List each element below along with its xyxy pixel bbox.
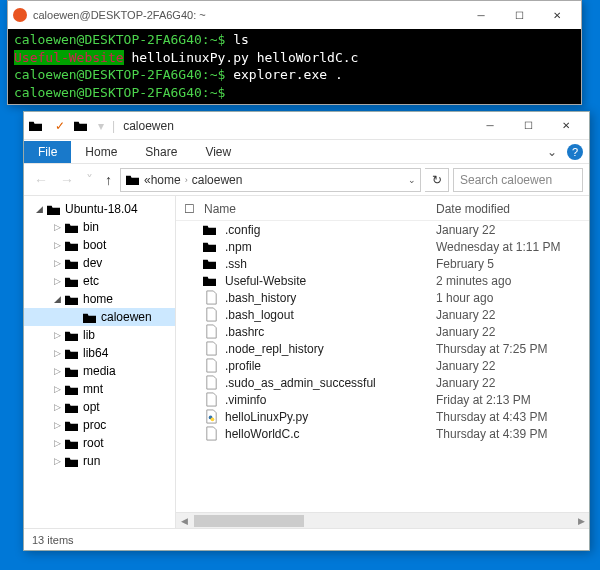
file-date: Thursday at 7:25 PM xyxy=(436,342,581,356)
file-row[interactable]: .bashrcJanuary 22 xyxy=(176,323,589,340)
explorer-window: ✓ ▾ | caloewen ─ ☐ ✕ File Home Share Vie… xyxy=(23,111,590,551)
tree-item[interactable]: mnt xyxy=(24,380,175,398)
tree-item[interactable]: opt xyxy=(24,398,175,416)
minimize-button[interactable]: ─ xyxy=(471,112,509,140)
file-row[interactable]: .sshFebruary 5 xyxy=(176,255,589,272)
file-row[interactable]: helloLinuxPy.pyThursday at 4:43 PM xyxy=(176,408,589,425)
file-date: January 22 xyxy=(436,376,581,390)
horizontal-scrollbar[interactable]: ◀ ▶ xyxy=(176,512,589,528)
tree-item[interactable]: boot xyxy=(24,236,175,254)
search-input[interactable]: Search caloewen xyxy=(453,168,583,192)
file-row[interactable]: .profileJanuary 22 xyxy=(176,357,589,374)
file-row[interactable]: Useful-Website2 minutes ago xyxy=(176,272,589,289)
file-name: .node_repl_history xyxy=(225,342,324,356)
folder-icon xyxy=(125,173,140,186)
column-date[interactable]: Date modified xyxy=(436,202,581,216)
breadcrumb[interactable]: « xyxy=(144,173,151,187)
tab-view[interactable]: View xyxy=(191,141,245,163)
status-bar: 13 items xyxy=(24,528,589,550)
file-row[interactable]: .node_repl_historyThursday at 7:25 PM xyxy=(176,340,589,357)
tree-item[interactable]: media xyxy=(24,362,175,380)
maximize-button[interactable]: ☐ xyxy=(500,1,538,29)
up-button[interactable]: ↑ xyxy=(101,172,116,188)
tree-root[interactable]: Ubuntu-18.04 xyxy=(24,200,175,218)
folder-icon xyxy=(202,240,217,253)
help-icon[interactable]: ? xyxy=(567,144,583,160)
select-all-checkbox[interactable]: ☐ xyxy=(184,202,204,216)
file-row[interactable]: .bash_history1 hour ago xyxy=(176,289,589,306)
folder-icon xyxy=(64,455,79,468)
address-bar[interactable]: « home › caloewen ⌄ xyxy=(120,168,421,192)
tree-item[interactable]: proc xyxy=(24,416,175,434)
tree-item[interactable]: dev xyxy=(24,254,175,272)
file-name: Useful-Website xyxy=(225,274,306,288)
file-name: .npm xyxy=(225,240,252,254)
scroll-thumb[interactable] xyxy=(194,515,304,527)
folder-icon xyxy=(202,223,217,236)
scroll-left-icon[interactable]: ◀ xyxy=(176,516,192,526)
file-name: .bash_history xyxy=(225,291,296,305)
folder-icon xyxy=(64,419,79,432)
file-date: January 22 xyxy=(436,359,581,373)
explorer-titlebar[interactable]: ✓ ▾ | caloewen ─ ☐ ✕ xyxy=(24,112,589,140)
chevron-down-icon[interactable]: ⌄ xyxy=(408,175,416,185)
tab-share[interactable]: Share xyxy=(131,141,191,163)
file-row[interactable]: .bash_logoutJanuary 22 xyxy=(176,306,589,323)
tree-item[interactable]: lib64 xyxy=(24,344,175,362)
tree-item-selected[interactable]: caloewen xyxy=(24,308,175,326)
ls-output: helloLinuxPy.py helloWorldC.c xyxy=(124,50,359,65)
close-button[interactable]: ✕ xyxy=(538,1,576,29)
terminal-body[interactable]: caloewen@DESKTOP-2FA6G40:~$ ls Useful-We… xyxy=(8,29,581,104)
tree-item[interactable]: etc xyxy=(24,272,175,290)
tree-item[interactable]: root xyxy=(24,434,175,452)
folder-icon xyxy=(64,329,79,342)
close-button[interactable]: ✕ xyxy=(547,112,585,140)
file-icon xyxy=(204,341,219,356)
tree-item[interactable]: home xyxy=(24,290,175,308)
file-list-pane: ☐ Name Date modified .configJanuary 22.n… xyxy=(176,196,589,528)
tree-item[interactable]: lib xyxy=(24,326,175,344)
folder-icon xyxy=(64,401,79,414)
file-name: .bash_logout xyxy=(225,308,294,322)
forward-button[interactable]: → xyxy=(56,172,78,188)
file-icon xyxy=(204,290,219,305)
breadcrumb[interactable]: caloewen xyxy=(192,173,243,187)
chevron-right-icon: › xyxy=(185,175,188,185)
folder-icon xyxy=(202,274,217,287)
file-name: .config xyxy=(225,223,260,237)
file-row[interactable]: .npmWednesday at 1:11 PM xyxy=(176,238,589,255)
history-dropdown[interactable]: ˅ xyxy=(82,172,97,188)
navbar: ← → ˅ ↑ « home › caloewen ⌄ ↻ Search cal… xyxy=(24,164,589,196)
file-row[interactable]: helloWorldC.cThursday at 4:39 PM xyxy=(176,425,589,442)
tree-item[interactable]: run xyxy=(24,452,175,470)
tab-home[interactable]: Home xyxy=(71,141,131,163)
column-headers[interactable]: ☐ Name Date modified xyxy=(176,196,589,221)
scroll-right-icon[interactable]: ▶ xyxy=(573,516,589,526)
file-name: helloWorldC.c xyxy=(225,427,299,441)
minimize-button[interactable]: ─ xyxy=(462,1,500,29)
tree-pane[interactable]: Ubuntu-18.04 binbootdevetchomecaloewenli… xyxy=(24,196,176,528)
maximize-button[interactable]: ☐ xyxy=(509,112,547,140)
file-name: .sudo_as_admin_successful xyxy=(225,376,376,390)
ribbon-expand-icon[interactable]: ⌄ xyxy=(541,145,563,159)
file-row[interactable]: .sudo_as_admin_successfulJanuary 22 xyxy=(176,374,589,391)
tree-item[interactable]: bin xyxy=(24,218,175,236)
refresh-button[interactable]: ↻ xyxy=(425,168,449,192)
back-button[interactable]: ← xyxy=(30,172,52,188)
file-list[interactable]: .configJanuary 22.npmWednesday at 1:11 P… xyxy=(176,221,589,512)
command-text: ls xyxy=(233,32,249,47)
file-date: February 5 xyxy=(436,257,581,271)
terminal-window: caloewen@DESKTOP-2FA6G40: ~ ─ ☐ ✕ caloew… xyxy=(7,0,582,105)
tab-file[interactable]: File xyxy=(24,141,71,163)
svg-point-1 xyxy=(211,417,215,421)
breadcrumb[interactable]: home xyxy=(151,173,181,187)
column-name[interactable]: Name xyxy=(204,202,436,216)
folder-icon xyxy=(64,293,79,306)
ubuntu-icon xyxy=(13,8,27,22)
folder-icon xyxy=(64,437,79,450)
explorer-title: caloewen xyxy=(123,119,174,133)
ls-output-highlight: Useful-Website xyxy=(14,50,124,65)
file-row[interactable]: .configJanuary 22 xyxy=(176,221,589,238)
file-row[interactable]: .viminfoFriday at 2:13 PM xyxy=(176,391,589,408)
terminal-titlebar[interactable]: caloewen@DESKTOP-2FA6G40: ~ ─ ☐ ✕ xyxy=(8,1,581,29)
